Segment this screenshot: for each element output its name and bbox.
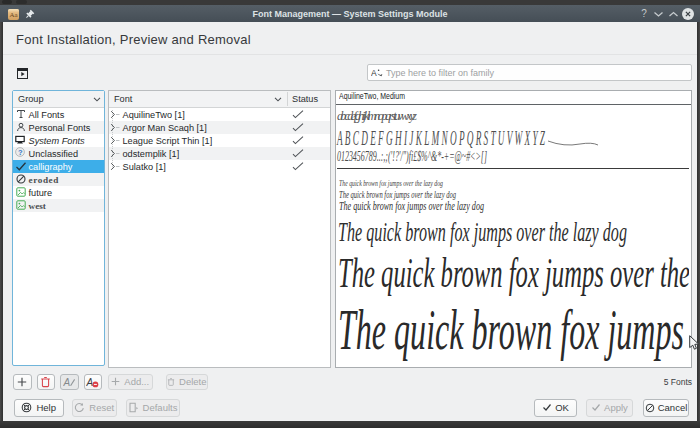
svg-text:A: A xyxy=(371,68,377,78)
svg-text:?: ? xyxy=(17,148,22,157)
svg-text:The quick brown fox jumps over: The quick brown fox jumps over the lazy … xyxy=(339,199,484,213)
svg-text:The quick brown fox jumps over: The quick brown fox jumps over the lazy … xyxy=(338,216,627,247)
svg-text:The quick brown fox jumps over: The quick brown fox jumps over the xyxy=(338,250,689,296)
svg-text:abcdefghijklmnopqrstuvwxyz: abcdefghijklmnopqrstuvwxyz xyxy=(337,109,417,123)
svg-text:The quick brown fox jumps over: The quick brown fox jumps over the lazy … xyxy=(339,178,443,188)
svg-text:A: A xyxy=(63,376,71,387)
svg-text:0123456789..:,;('!?'/")fi£$%^&: 0123456789..:,;('!?'/")fi£$%^&*-+=@~#<>[… xyxy=(337,149,487,165)
svg-text:A: A xyxy=(86,376,94,387)
svg-text:A B C D E F G H I J K L M N O: A B C D E F G H I J K L M N O P Q R S T … xyxy=(336,126,545,150)
svg-text:The quick brown fox jumps: The quick brown fox jumps xyxy=(338,298,684,361)
